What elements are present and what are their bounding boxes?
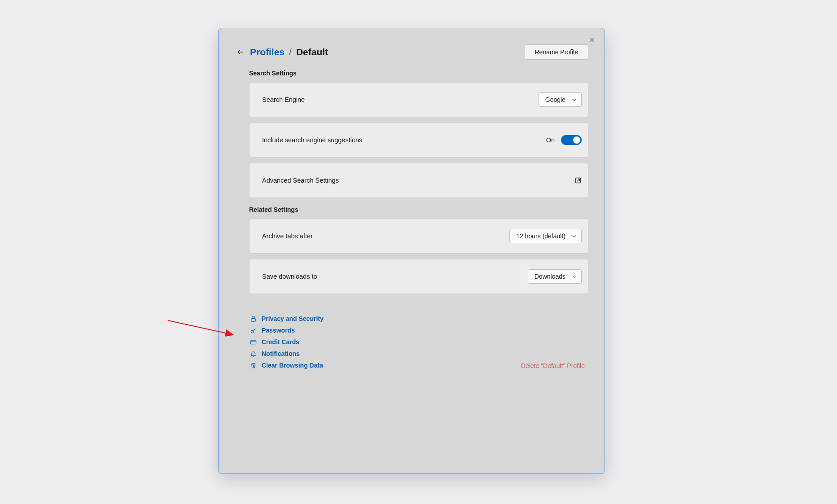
chevron-down-icon [572,274,577,279]
downloads-dropdown[interactable]: Downloads [528,269,582,284]
dropdown-value: 12 hours (default) [516,232,565,240]
close-button[interactable] [586,34,598,46]
bottom-links-row: Privacy and Security Passwords Credit Ca… [235,299,588,369]
section-title-related-settings: Related Settings [249,206,588,213]
link-label: Privacy and Security [262,315,324,322]
search-engine-dropdown[interactable]: Google [539,92,582,107]
archive-tabs-dropdown[interactable]: 12 hours (default) [509,229,582,243]
key-icon [249,326,257,334]
setting-label: Archive tabs after [262,232,313,240]
breadcrumb-separator: / [289,47,292,57]
svg-point-6 [251,330,254,333]
setting-row-advanced-search[interactable]: Advanced Search Settings [249,163,588,198]
breadcrumb-current: Default [296,47,328,57]
chevron-down-icon [572,234,577,239]
rename-profile-button[interactable]: Rename Profile [525,44,589,60]
section-title-search-settings: Search Settings [249,70,588,77]
link-label: Passwords [262,327,295,334]
link-label: Clear Browsing Data [262,362,323,369]
breadcrumb: Profiles / Default [250,47,525,57]
bell-icon [249,350,257,358]
dropdown-value: Google [545,96,565,103]
setting-label: Advanced Search Settings [262,177,339,184]
link-label: Credit Cards [262,338,299,346]
setting-row-search-engine: Search Engine Google [249,82,588,117]
setting-label: Save downloads to [262,273,317,280]
toggle-value-label: On [546,136,555,144]
arrow-left-icon [237,48,245,56]
credit-card-icon [249,338,257,346]
link-clear-browsing-data[interactable]: Clear Browsing Data [249,361,323,369]
back-button[interactable] [235,46,246,58]
setting-row-search-suggestions: Include search engine suggestions On [249,123,588,158]
link-credit-cards[interactable]: Credit Cards [249,338,299,346]
setting-row-save-downloads: Save downloads to Downloads [249,259,588,294]
chevron-down-icon [572,97,577,102]
close-icon [589,37,595,43]
trash-icon [249,361,257,369]
dialog-header: Profiles / Default Rename Profile [235,44,588,60]
link-notifications[interactable]: Notifications [249,350,300,358]
delete-profile-link[interactable]: Delete "Default" Profile [521,362,585,369]
external-link-icon [574,177,582,184]
setting-row-archive-tabs: Archive tabs after 12 hours (default) [249,219,588,254]
svg-rect-5 [251,318,255,321]
link-passwords[interactable]: Passwords [249,326,295,334]
related-links-list: Privacy and Security Passwords Credit Ca… [249,315,324,369]
svg-line-8 [254,329,255,330]
svg-line-4 [577,179,580,182]
suggestions-toggle[interactable] [561,135,582,145]
link-privacy-security[interactable]: Privacy and Security [249,315,324,323]
dropdown-value: Downloads [535,273,565,280]
setting-label: Search Engine [262,96,305,103]
lock-icon [249,315,257,323]
setting-label: Include search engine suggestions [262,136,362,144]
link-label: Notifications [262,350,300,357]
toggle-group: On [546,135,582,145]
svg-rect-9 [250,340,256,344]
profile-settings-dialog: Profiles / Default Rename Profile Search… [218,28,605,474]
breadcrumb-root[interactable]: Profiles [250,47,285,57]
